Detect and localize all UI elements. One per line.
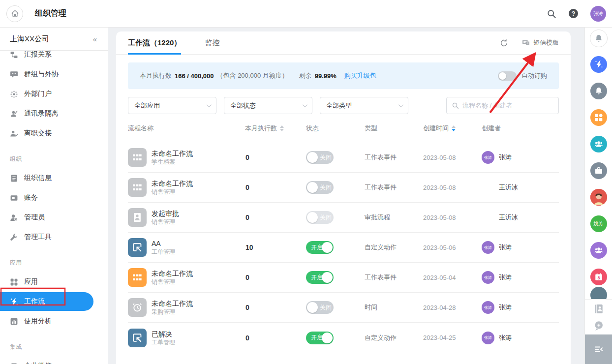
bar-chart-icon: [10, 317, 18, 326]
sidebar-item-管理工具[interactable]: 管理工具: [0, 227, 108, 247]
workflow-card: 工作流（1220） 监控 短信模版 本月执行数 166 / 400,000 （包…: [116, 31, 571, 364]
column-header-本月执行数[interactable]: 本月执行数: [239, 124, 306, 133]
lightning-icon: [10, 298, 18, 306]
chat-dots-icon: [10, 70, 18, 79]
sidebar-item-管理员[interactable]: 管理员: [0, 208, 108, 227]
workflow-type: 工作表事件: [365, 183, 423, 192]
tab-monitor[interactable]: 监控: [205, 31, 219, 55]
refresh-icon[interactable]: [500, 39, 508, 47]
sidebar-item-应用[interactable]: 应用: [0, 272, 108, 292]
created-date: 2023-04-25: [423, 334, 482, 341]
sort-icons[interactable]: [452, 125, 456, 131]
collapse-sidebar-icon[interactable]: «: [93, 35, 96, 43]
sidebar-item-工作流[interactable]: 工作流: [0, 292, 93, 311]
status-toggle[interactable]: 关闭: [306, 211, 334, 224]
rail-item-alerts[interactable]: [590, 83, 607, 99]
workflow-name: 未命名工作流: [152, 149, 193, 158]
table-row[interactable]: 发起审批销售管理0关闭审批流程2023-05-08王沂冰: [128, 203, 559, 233]
workflow-table: 流程名称本月执行数状态类型创建时间创建者 未命名工作流学生档案0关闭工作表事件2…: [128, 114, 559, 353]
workflow-type: 自定义动作: [365, 334, 423, 342]
sidebar-item-组织信息[interactable]: 组织信息: [0, 168, 108, 188]
sidebar-item-离职交接[interactable]: 离职交接: [0, 123, 108, 143]
table-row[interactable]: 未命名工作流销售管理0关闭工作表事件2023-05-08王沂冰: [128, 173, 559, 203]
column-label: 本月执行数: [245, 124, 277, 133]
sms-icon: [522, 39, 530, 47]
workflow-type: 工作表事件: [365, 153, 423, 162]
table-row[interactable]: 未命名工作流采购管理0关闭时间2023-04-28张涛张涛: [128, 293, 559, 323]
rail-item-notice-bell[interactable]: [590, 30, 608, 47]
status-toggle[interactable]: 关闭: [306, 151, 334, 164]
workflow-type: 审批流程: [365, 213, 423, 222]
sidebar-item-通讯录隔离[interactable]: 通讯录隔离: [0, 104, 108, 123]
status-toggle[interactable]: 开启: [306, 241, 334, 254]
tab-workflow[interactable]: 工作流（1220）: [128, 31, 181, 55]
sort-desc-icon[interactable]: [280, 129, 284, 131]
workflow-type: 工作表事件: [365, 273, 423, 282]
user-avatar[interactable]: 张涛: [590, 6, 606, 22]
rail-item-apps[interactable]: [590, 109, 607, 126]
filter-app-dropdown[interactable]: 全部应用: [128, 97, 216, 114]
cursor-icon: [128, 238, 147, 257]
column-header-创建时间[interactable]: 创建时间: [423, 124, 482, 133]
sidebar-item-外部门户[interactable]: 外部门户: [0, 84, 108, 104]
toggle-label: 关闭: [320, 153, 332, 162]
rail-item-work[interactable]: [590, 162, 607, 179]
auto-purchase-toggle[interactable]: [498, 71, 517, 81]
tab-bar: 工作流（1220） 监控 短信模版: [116, 31, 571, 55]
table-grid-icon: [128, 178, 147, 197]
invite-icon[interactable]: [593, 320, 604, 331]
collapse-menu-icon[interactable]: [594, 344, 604, 354]
sidebar-item-label: 企业微信: [24, 362, 52, 364]
month-exec-count: 0: [239, 334, 306, 342]
sidebar-item-使用分析[interactable]: 使用分析: [0, 311, 108, 331]
company-name: 上海XX公司: [10, 34, 49, 44]
workflow-type: 时间: [365, 303, 423, 312]
sidebar-item-群组与外协[interactable]: 群组与外协: [0, 64, 108, 84]
table-row[interactable]: 已解决工单管理0开启自定义动作2023-04-25张涛张涛: [128, 323, 559, 353]
table-row[interactable]: AA工单管理10开启自定义动作2023-05-06张涛张涛: [128, 233, 559, 263]
filter-status-dropdown[interactable]: 全部状态: [224, 97, 312, 114]
rail-item-user-yaofang[interactable]: 姚芳: [590, 215, 607, 232]
creator-name: 张涛: [499, 303, 512, 312]
table-row[interactable]: 未命名工作流销售管理0开启工作表事件2023-05-04张涛张涛: [128, 263, 559, 293]
creator-cell: 王沂冰: [482, 211, 559, 224]
sidebar-item-label: 使用分析: [24, 317, 52, 326]
status-toggle[interactable]: 开启: [306, 271, 334, 284]
sms-template-button[interactable]: 短信模版: [522, 38, 559, 47]
creator-name: 王沂冰: [499, 183, 518, 192]
search-icon[interactable]: [547, 9, 556, 19]
rail-item-members[interactable]: [590, 136, 607, 152]
chevron-down-icon: [207, 102, 212, 107]
sort-desc-icon[interactable]: [452, 129, 456, 131]
org-chart-icon: [10, 51, 18, 59]
status-toggle[interactable]: 关闭: [306, 301, 334, 314]
sidebar-item-label: 群组与外协: [24, 70, 59, 79]
sort-asc-icon[interactable]: [452, 125, 456, 128]
created-date: 2023-04-28: [423, 304, 482, 311]
rail-item-group[interactable]: [590, 242, 607, 259]
rail-item-hidden-item[interactable]: [590, 287, 607, 299]
search-input[interactable]: [462, 102, 553, 109]
contacts-icon[interactable]: [593, 303, 604, 314]
creator-cell: 张涛张涛: [482, 151, 559, 164]
created-date: 2023-05-08: [423, 184, 482, 191]
sidebar-item-label: 离职交接: [24, 129, 52, 138]
help-icon[interactable]: ?: [568, 8, 579, 19]
sidebar-group-label: 组织: [0, 143, 108, 168]
sort-asc-icon[interactable]: [280, 125, 284, 128]
sidebar-item-企业微信[interactable]: 企业微信: [0, 356, 108, 364]
home-button[interactable]: [6, 5, 23, 22]
rail-item-user-photo[interactable]: [590, 189, 607, 206]
status-toggle[interactable]: 关闭: [306, 181, 334, 194]
status-toggle[interactable]: 开启: [306, 332, 334, 344]
rail-item-workflow[interactable]: [590, 56, 607, 73]
rail-item-calendar[interactable]: 8: [590, 269, 607, 285]
apps-icon: [10, 278, 18, 286]
sort-icons[interactable]: [280, 125, 284, 131]
sidebar-item-label: 账务: [24, 193, 38, 202]
workflow-name-cell: 未命名工作流销售管理: [128, 178, 239, 197]
table-row[interactable]: 未命名工作流学生档案0关闭工作表事件2023-05-08张涛张涛: [128, 143, 559, 173]
buy-upgrade-link[interactable]: 购买升级包: [344, 71, 376, 80]
filter-type-dropdown[interactable]: 全部类型: [320, 97, 408, 114]
sidebar-item-账务[interactable]: 账务: [0, 188, 108, 208]
